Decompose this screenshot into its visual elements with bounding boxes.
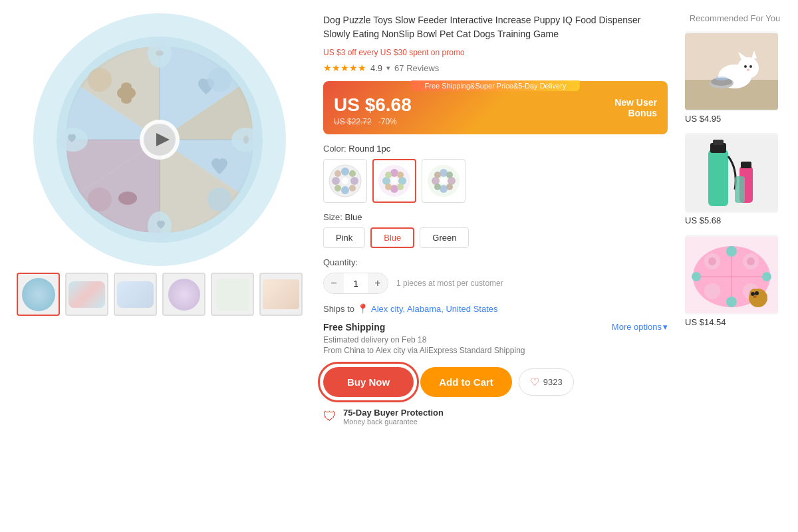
svg-point-83 [747,257,755,265]
svg-point-17 [207,68,231,92]
thumbnail-row [17,273,303,316]
size-pink[interactable]: Pink [323,227,365,248]
protection-row: 🛡 75-Day Buyer Protection Money back gua… [323,408,668,426]
rating-number: 4.9 [370,63,382,73]
svg-point-29 [334,185,341,192]
size-label: Size: Blue [323,212,668,222]
thumbnail-4[interactable] [162,273,205,316]
quantity-row: − + 1 pieces at most per customer [323,273,668,294]
action-row: Buy Now Add to Cart ♡ 9323 [323,367,668,397]
promo-text: US $3 off every US $30 spent on promo [323,48,668,57]
price-main: US $6.68 US $22.72 -70% [334,94,412,126]
color-section: Color: Round 1pc [323,144,668,203]
svg-point-30 [349,185,356,192]
size-blue[interactable]: Blue [370,227,414,248]
recommended-item-2[interactable]: US $5.68 [685,133,785,225]
heart-icon: ♡ [530,376,539,388]
delivery-estimate: Estimated delivery on Feb 18 [323,335,668,344]
size-section: Size: Blue Pink Blue Green [323,212,668,248]
svg-point-28 [349,170,356,177]
thumbnail-5[interactable] [211,273,254,316]
quantity-note: 1 pieces at most per customer [396,279,503,288]
quantity-increase[interactable]: + [368,273,388,293]
chevron-down-icon: ▾ [663,322,668,332]
quantity-input[interactable] [344,276,368,291]
svg-point-59 [749,65,752,68]
quantity-section: Quantity: − + 1 pieces at most per custo… [323,257,668,294]
quantity-stepper: − + [323,273,388,294]
buy-now-button[interactable]: Buy Now [323,367,414,397]
svg-point-88 [753,295,757,298]
svg-rect-5 [125,90,128,96]
rec-image-2 [685,133,778,213]
svg-point-37 [385,172,392,178]
svg-point-38 [397,172,404,178]
svg-point-6 [121,82,132,90]
product-title: Dog Puzzle Toys Slow Feeder Interactive … [323,13,668,41]
thumbnail-6[interactable] [259,273,303,316]
rec-image-1 [685,31,778,111]
add-to-cart-button[interactable]: Add to Cart [420,367,512,397]
svg-rect-68 [741,162,751,168]
svg-point-78 [726,246,737,257]
thumbnail-2[interactable] [65,273,108,316]
protection-sub: Money back guarantee [343,418,444,426]
recommended-section: Recommended For You [685,13,785,519]
product-details-section: Dog Puzzle Toys Slow Feeder Interactive … [317,13,674,519]
svg-point-16 [88,68,112,92]
svg-point-79 [726,297,737,307]
product-images-section [13,13,306,519]
rating-chevron[interactable]: ▾ [386,64,390,72]
svg-point-60 [747,68,749,70]
rec-image-3 [685,235,778,315]
ships-to: Ships to 📍 Alex city, Alabama, United St… [323,303,668,314]
banner-top-label: Free Shipping&Super Price&5-Day Delivery [412,80,580,91]
svg-point-39 [385,184,392,190]
recommended-item-3[interactable]: US $14.54 [685,235,785,327]
quantity-decrease[interactable]: − [324,273,344,293]
protection-text: 75-Day Buyer Protection Money back guara… [343,408,444,426]
svg-rect-69 [735,176,745,203]
more-options[interactable]: More options ▾ [612,322,668,332]
svg-point-81 [762,272,771,281]
svg-rect-66 [713,140,724,145]
wishlist-button[interactable]: ♡ 9323 [519,368,574,396]
color-label: Color: Round 1pc [323,144,668,154]
color-option-2[interactable] [372,159,416,203]
review-count[interactable]: 67 Reviews [394,63,439,73]
svg-point-48 [446,172,453,178]
svg-point-8 [118,192,137,205]
svg-point-87 [755,291,759,295]
svg-rect-64 [708,150,728,206]
svg-point-21 [243,136,249,144]
svg-point-49 [434,184,441,190]
svg-point-63 [715,76,728,80]
shipping-info: More options ▾ Free Shipping Estimated d… [323,322,668,356]
size-green[interactable]: Green [420,227,469,248]
discount-badge: -70% [378,117,397,126]
wishlist-count: 9323 [543,377,563,387]
new-user-bonus: New UserBonus [614,97,657,118]
recommended-item-1[interactable]: US $4.95 [685,31,785,124]
thumbnail-3[interactable] [114,273,157,316]
thumbnail-1[interactable] [17,273,60,316]
svg-point-27 [334,170,341,177]
buy-now-wrapper: Buy Now [323,367,414,397]
svg-point-76 [704,283,720,299]
svg-point-26 [350,177,358,185]
svg-point-41 [391,178,398,184]
protection-title: 75-Day Buyer Protection [343,408,444,418]
svg-point-25 [332,177,340,185]
color-value: Round 1pc [348,144,390,154]
ships-to-location[interactable]: Alex city, Alabama, United States [371,304,498,314]
rec-price-1: US $4.95 [685,114,785,124]
main-product-image[interactable] [33,13,286,266]
color-options [323,159,668,203]
svg-point-47 [434,172,441,178]
color-option-1[interactable] [323,159,367,203]
rating-row: ★★★★★ 4.9 ▾ 67 Reviews [323,63,668,73]
svg-point-20 [156,51,164,56]
color-option-3[interactable] [422,159,466,203]
svg-point-50 [446,184,453,190]
svg-point-51 [440,178,447,184]
